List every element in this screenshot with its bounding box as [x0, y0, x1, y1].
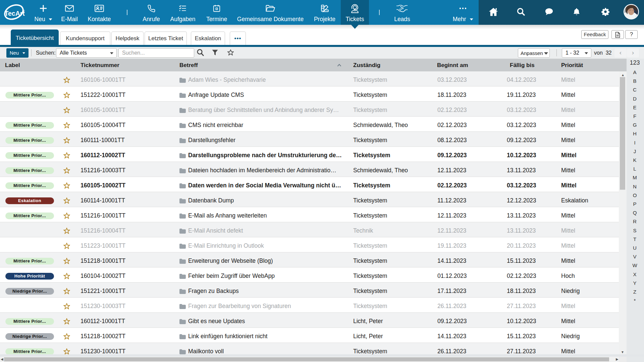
svg-text:TecArt: TecArt: [5, 10, 25, 17]
svg-text:®: ®: [23, 9, 25, 12]
